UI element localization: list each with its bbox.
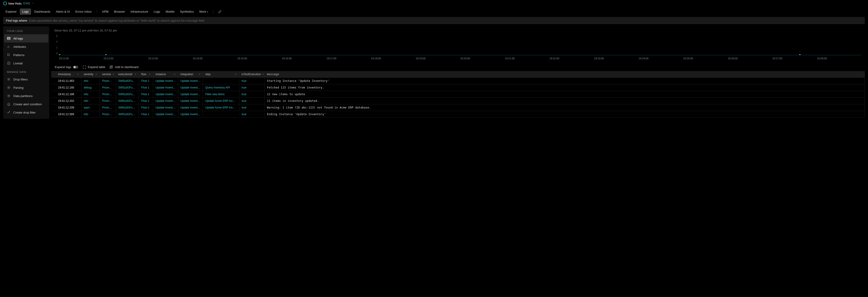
header-instance[interactable]: instance✕ <box>153 71 178 77</box>
cell-flow[interactable]: Flow 1 <box>139 98 153 104</box>
cell-flow[interactable]: Flow 1 <box>139 91 153 97</box>
sidebar-item-attributes[interactable]: Attributes <box>3 42 49 51</box>
cell-integration[interactable]: Update Inventory <box>178 78 203 84</box>
expand-logs-toggle[interactable]: Expand logs <box>55 65 78 69</box>
table-row[interactable]: 19:41:12.188infoPrismaticSW5zdGFuY2VFeG…… <box>51 91 865 98</box>
chart-bar[interactable] <box>799 54 801 55</box>
cell-flow[interactable]: Flow 1 <box>139 78 153 84</box>
header-integration[interactable]: integration✕ <box>178 71 203 77</box>
sidebar-item-drop-filters[interactable]: Drop filters <box>3 75 49 84</box>
header-executionid[interactable]: executionid✕ <box>116 71 139 77</box>
cell-service[interactable]: Prismatic <box>100 104 116 111</box>
cell-executionid[interactable]: SW5zdGFuY2VFeG… <box>116 91 139 97</box>
cell-integration[interactable]: Update Inventory <box>178 85 203 91</box>
close-icon[interactable]: ✕ <box>95 73 97 76</box>
nav-item-infrastructure[interactable]: Infrastructure <box>128 8 151 15</box>
close-icon[interactable]: ✕ <box>134 73 136 76</box>
chart-bar[interactable] <box>59 54 60 55</box>
table-row[interactable]: 19:41:12.202infoPrismaticSW5zdGFuY2VFeG…… <box>51 98 865 104</box>
close-icon[interactable]: ✕ <box>235 73 237 76</box>
cell-step[interactable] <box>203 113 239 116</box>
cell-service[interactable]: Prismatic <box>100 98 116 104</box>
cell-flow[interactable]: Flow 1 <box>139 111 153 118</box>
nav-item-errors-inbox[interactable]: Errors Inbox <box>73 8 94 15</box>
cell-severity[interactable]: warn <box>82 104 100 111</box>
nav-item-explorer[interactable]: Explorer <box>3 8 19 15</box>
cell-executionid[interactable]: SW5zdGFuY2VFeG… <box>116 85 139 91</box>
cell-flow[interactable]: Flow 1 <box>139 104 153 111</box>
cell-istest[interactable]: true <box>239 111 265 118</box>
cell-flow[interactable]: Flow 1 <box>139 85 153 91</box>
cell-executionid[interactable]: SW5zdGFuY2VFeG… <box>116 111 139 118</box>
cell-step[interactable]: Update Acme ERP Inventory <box>203 104 239 111</box>
cell-istest[interactable]: true <box>239 104 265 111</box>
add-to-dashboard-button[interactable]: Add to dashboard <box>110 65 138 69</box>
cell-integration[interactable]: Update Inventory <box>178 91 203 97</box>
header-service[interactable]: service✕ <box>100 71 116 77</box>
cell-istest[interactable]: true <box>239 91 265 97</box>
cell-step[interactable]: Filter new items <box>203 91 239 97</box>
cell-severity[interactable]: info <box>82 78 100 84</box>
header-step[interactable]: step✕ <box>203 71 239 77</box>
sidebar-item-parsing[interactable]: Parsing <box>3 84 49 92</box>
sidebar-item-livetail[interactable]: Livetail <box>3 59 49 67</box>
cell-instance[interactable]: Update Inventory <box>153 98 178 104</box>
cell-executionid[interactable]: SW5zdGFuY2VFeG… <box>116 98 139 104</box>
cell-severity[interactable]: info <box>82 98 100 104</box>
close-icon[interactable]: ✕ <box>77 73 79 76</box>
cell-istest[interactable]: true <box>239 78 265 84</box>
header-message[interactable]: message <box>265 71 865 77</box>
nav-item-browser[interactable]: Browser <box>112 8 127 15</box>
nav-item-more[interactable]: More▾ <box>197 8 210 15</box>
nav-item-logs[interactable]: Logs <box>20 8 31 15</box>
nav-item-synthetics[interactable]: Synthetics <box>178 8 196 15</box>
toggle-icon[interactable] <box>73 66 78 68</box>
cell-severity[interactable]: info <box>82 111 100 118</box>
cell-istest[interactable]: true <box>239 98 265 104</box>
cell-executionid[interactable]: SW5zdGFuY2VFeG… <box>116 78 139 84</box>
cell-integration[interactable]: Update Inventory <box>178 98 203 104</box>
nav-item-dashboards[interactable]: Dashboards <box>32 8 53 15</box>
search-input[interactable] <box>29 19 862 22</box>
nav-item-apm[interactable]: APM <box>100 8 111 15</box>
cell-instance[interactable]: Update Inventory <box>153 104 178 111</box>
cell-service[interactable]: Prismatic <box>100 91 116 97</box>
cell-service[interactable]: Prismatic <box>100 111 116 118</box>
header-severity[interactable]: severity✕ <box>82 71 100 77</box>
table-row[interactable]: 19:41:12.209warnPrismaticSW5zdGFuY2VFeG…… <box>51 104 865 111</box>
cell-integration[interactable]: Update Inventory <box>178 104 203 111</box>
cell-instance[interactable]: Update Inventory <box>153 111 178 118</box>
nav-item-alerts-ai[interactable]: Alerts & AI <box>54 8 72 15</box>
cell-severity[interactable]: debug <box>82 85 100 91</box>
cell-instance[interactable]: Update Inventory <box>153 85 178 91</box>
search-bar[interactable]: Find logs where <box>3 17 865 24</box>
cell-service[interactable]: Prismatic <box>100 85 116 91</box>
edit-nav-icon[interactable] <box>218 10 222 13</box>
cell-istest[interactable]: true <box>239 85 265 91</box>
header-timestamp[interactable]: timestamp✕ <box>56 71 82 77</box>
cell-severity[interactable]: info <box>82 91 100 97</box>
close-icon[interactable]: ✕ <box>149 73 151 76</box>
nav-item-logs[interactable]: Logs <box>151 8 162 15</box>
close-icon[interactable]: ✕ <box>198 73 200 76</box>
sidebar-item-patterns[interactable]: Patterns <box>3 51 49 59</box>
cell-step[interactable]: Query Inventory API <box>203 85 239 91</box>
expand-table-button[interactable]: Expand table <box>83 65 105 69</box>
cell-service[interactable]: Prismatic <box>100 78 116 84</box>
nav-item-mobile[interactable]: Mobile <box>163 8 177 15</box>
close-icon[interactable]: ✕ <box>112 73 114 76</box>
cell-integration[interactable]: Update Inventory <box>178 111 203 118</box>
sidebar-item-create-alert-condition[interactable]: Create alert condition <box>3 100 49 108</box>
sidebar-item-all-logs[interactable]: All logs <box>4 34 48 42</box>
header-istest[interactable]: isTestExecution✕ <box>239 71 265 77</box>
table-row[interactable]: 19:41:11.463infoPrismaticSW5zdGFuY2VFeG…… <box>51 78 865 85</box>
sidebar-item-create-drop-filter[interactable]: Create drop filter <box>3 108 49 117</box>
chart-bar[interactable] <box>105 54 106 55</box>
cell-instance[interactable]: Update Inventory <box>153 78 178 84</box>
cell-step[interactable] <box>203 79 239 82</box>
brand[interactable]: New Relic ONE ™ <box>3 2 34 5</box>
cell-step[interactable]: Update Acme ERP Inventory <box>203 98 239 104</box>
cell-instance[interactable]: Update Inventory <box>153 91 178 97</box>
close-icon[interactable]: ✕ <box>174 73 176 76</box>
log-volume-chart[interactable]: 6420 19:11:0019:12:0019:13:0019:14:0019:… <box>54 34 862 62</box>
